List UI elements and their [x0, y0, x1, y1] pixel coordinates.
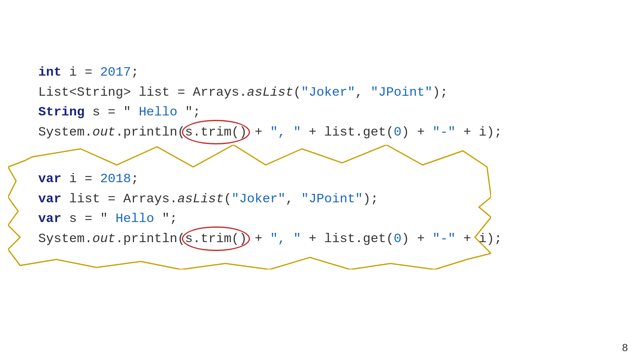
code-line-b1: var i = 2018;: [38, 169, 502, 189]
code-line-4: System.out.println(s.trim() + ", " + lis…: [38, 122, 502, 142]
keyword-var-2: var: [38, 191, 62, 206]
oval-trim-top: s.trim(): [185, 122, 247, 142]
code-block-bottom: var i = 2018; var list = Arrays.asList("…: [38, 169, 502, 249]
keyword-var-1: var: [38, 171, 62, 186]
page-number: 8: [622, 341, 628, 354]
code-line-b4: System.out.println(s.trim() + ", " + lis…: [38, 229, 502, 249]
code-line-2: List<String> list = Arrays.asList("Joker…: [38, 82, 502, 103]
slide: int i = 2017; List<String> list = Arrays…: [0, 0, 644, 362]
keyword-int: int: [38, 65, 62, 80]
code-line-b2: var list = Arrays.asList("Joker", "JPoin…: [38, 189, 502, 209]
oval-trim-bottom: s.trim(): [185, 229, 247, 249]
number-2018: 2018: [100, 171, 131, 186]
keyword-var-3: var: [38, 211, 62, 226]
code-line-b3: var s = " Hello ";: [38, 209, 502, 229]
code-block-top: int i = 2017; List<String> list = Arrays…: [38, 62, 502, 142]
number-2017: 2017: [100, 65, 131, 80]
code-line-3: String s = " Hello ";: [38, 102, 502, 122]
code-line-1: int i = 2017;: [38, 62, 502, 82]
